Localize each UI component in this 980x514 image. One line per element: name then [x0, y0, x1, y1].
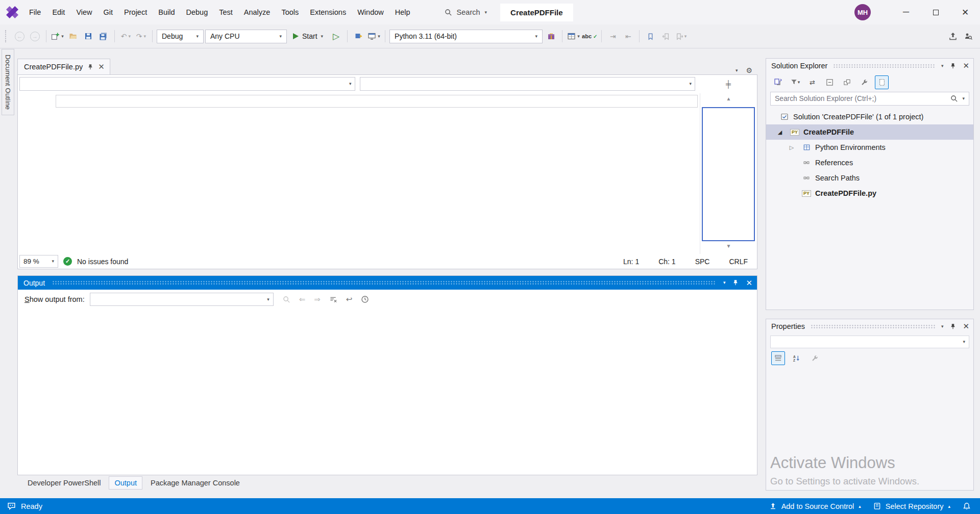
- expander-collapsed-icon[interactable]: ▷: [786, 144, 798, 151]
- active-files-dropdown-icon[interactable]: ▾: [736, 68, 738, 73]
- menu-file[interactable]: File: [23, 5, 46, 20]
- document-outline-tab[interactable]: Document Outline: [2, 49, 14, 115]
- pin-icon[interactable]: [87, 64, 93, 70]
- tree-item-references[interactable]: References: [766, 155, 973, 170]
- start-debugging-button[interactable]: Start ▾: [288, 30, 328, 43]
- categorized-icon[interactable]: [771, 351, 785, 365]
- member-dropdown[interactable]: ▾: [360, 77, 696, 91]
- navigate-forward-button[interactable]: →: [28, 30, 42, 43]
- gift-feedback-button[interactable]: [544, 30, 558, 43]
- menu-analyze[interactable]: Analyze: [238, 5, 276, 20]
- line-ending-indicator[interactable]: CRLF: [729, 258, 748, 266]
- show-all-files-icon[interactable]: [875, 75, 889, 89]
- menu-extensions[interactable]: Extensions: [304, 5, 352, 20]
- menu-test[interactable]: Test: [213, 5, 238, 20]
- menu-edit[interactable]: Edit: [46, 5, 70, 20]
- menu-build[interactable]: Build: [153, 5, 180, 20]
- code-surface[interactable]: [18, 93, 700, 254]
- drag-grip[interactable]: [811, 324, 936, 329]
- zoom-dropdown[interactable]: 89 %▾: [19, 255, 58, 268]
- search-input[interactable]: [775, 95, 946, 102]
- editor-body[interactable]: ▲ ▼: [18, 93, 757, 254]
- output-content[interactable]: [18, 309, 757, 475]
- menu-window[interactable]: Window: [352, 5, 389, 20]
- scrollbar-viewport-box[interactable]: [702, 107, 755, 241]
- properties-wrench-icon[interactable]: [857, 75, 871, 89]
- line-outdent-button[interactable]: ⇤: [621, 30, 635, 43]
- property-pages-wrench-icon[interactable]: [808, 351, 822, 365]
- close-button[interactable]: ✕: [950, 0, 980, 24]
- scroll-down-icon[interactable]: ▼: [700, 243, 757, 249]
- word-wrap-icon[interactable]: ↩: [346, 295, 353, 304]
- pin-icon[interactable]: [950, 323, 956, 330]
- next-bookmark-button[interactable]: ▾: [674, 30, 688, 43]
- toolbar-grip[interactable]: [5, 30, 8, 42]
- tree-item-python-environments[interactable]: ▷ Python Environments: [766, 140, 973, 155]
- pin-icon[interactable]: [732, 279, 739, 286]
- solution-explorer-header[interactable]: Solution Explorer ▾ ✕: [766, 59, 973, 73]
- solution-platforms-dropdown[interactable]: Any CPU▾: [205, 30, 287, 43]
- scroll-up-icon[interactable]: ▲: [700, 96, 757, 101]
- properties-object-dropdown[interactable]: ▾: [770, 336, 969, 348]
- collapse-all-icon[interactable]: [823, 75, 837, 89]
- pin-icon[interactable]: [950, 63, 956, 69]
- editor-settings-gear-icon[interactable]: ⚙: [746, 66, 752, 74]
- close-icon[interactable]: ✕: [746, 278, 752, 288]
- clear-all-icon[interactable]: [329, 296, 337, 303]
- file-nesting-icon[interactable]: [840, 75, 854, 89]
- window-position-icon[interactable]: ▾: [723, 280, 726, 285]
- menu-debug[interactable]: Debug: [180, 5, 213, 20]
- alphabetical-sort-icon[interactable]: AZ: [790, 351, 803, 365]
- maximize-button[interactable]: [921, 0, 950, 24]
- undo-button[interactable]: ↶▾: [119, 30, 133, 43]
- interactive-window-button[interactable]: ▾: [567, 30, 580, 43]
- solution-explorer-search[interactable]: ▾: [770, 92, 969, 106]
- feedback-search-button[interactable]: [961, 30, 975, 43]
- window-position-icon[interactable]: ▾: [941, 64, 944, 68]
- find-message-icon[interactable]: [283, 296, 290, 303]
- attach-to-process-button[interactable]: [352, 30, 365, 43]
- output-source-dropdown[interactable]: ▾: [90, 293, 274, 306]
- menu-git[interactable]: Git: [98, 5, 119, 20]
- share-button[interactable]: [946, 30, 960, 43]
- title-search-box[interactable]: Search ▾: [438, 6, 493, 19]
- menu-project[interactable]: Project: [118, 5, 153, 20]
- previous-bookmark-button[interactable]: [659, 30, 673, 43]
- search-icon[interactable]: [950, 95, 958, 102]
- tree-item-project-createpdffile[interactable]: ◢ PY CreatePDFFile: [766, 124, 973, 140]
- expander-expanded-icon[interactable]: ◢: [774, 129, 786, 136]
- sync-with-active-document-icon[interactable]: ⇄: [805, 75, 819, 89]
- map-mode-scrollbar[interactable]: ▲ ▼: [700, 93, 757, 254]
- spell-checker-button[interactable]: abc✓: [582, 30, 597, 43]
- menu-tools[interactable]: Tools: [276, 5, 304, 20]
- minimize-button[interactable]: ─: [891, 0, 921, 24]
- account-avatar[interactable]: MH: [854, 4, 871, 20]
- open-folder-button[interactable]: [66, 30, 80, 43]
- timestamp-clock-icon[interactable]: [361, 295, 369, 303]
- next-message-icon[interactable]: ⇒: [314, 295, 321, 304]
- redo-button[interactable]: ↷▾: [134, 30, 148, 43]
- chevron-down-icon[interactable]: ▾: [962, 96, 965, 101]
- output-drag-grip[interactable]: [52, 280, 716, 285]
- split-window-handle[interactable]: ╪: [700, 77, 757, 91]
- save-all-button[interactable]: [96, 30, 110, 43]
- tree-item-createpdffile-py[interactable]: PY CreatePDFFile.py: [766, 186, 973, 201]
- tree-item-solution[interactable]: Solution 'CreatePDFFile' (1 of 1 project…: [766, 109, 973, 124]
- python-environment-dropdown[interactable]: Python 3.11 (64-bit)▾: [389, 30, 543, 43]
- navigate-back-button[interactable]: ←: [13, 30, 27, 43]
- window-position-icon[interactable]: ▾: [941, 324, 944, 329]
- output-header[interactable]: Output ▾ ✕: [18, 276, 757, 290]
- switch-views-icon[interactable]: [771, 75, 785, 89]
- properties-header[interactable]: Properties ▾ ✕: [766, 319, 973, 333]
- tab-createpdffile-py[interactable]: CreatePDFFile.py ✕: [17, 59, 110, 74]
- menu-help[interactable]: Help: [389, 5, 416, 20]
- drag-grip[interactable]: [833, 64, 935, 68]
- close-icon[interactable]: ✕: [963, 322, 969, 331]
- close-icon[interactable]: ✕: [963, 61, 969, 70]
- filter-icon[interactable]: ▾: [788, 75, 802, 89]
- previous-message-icon[interactable]: ⇐: [299, 295, 306, 304]
- feedback-person-icon[interactable]: [7, 502, 16, 510]
- select-repository-button[interactable]: Select Repository ▴: [867, 498, 957, 514]
- menu-view[interactable]: View: [70, 5, 97, 20]
- save-button[interactable]: [81, 30, 95, 43]
